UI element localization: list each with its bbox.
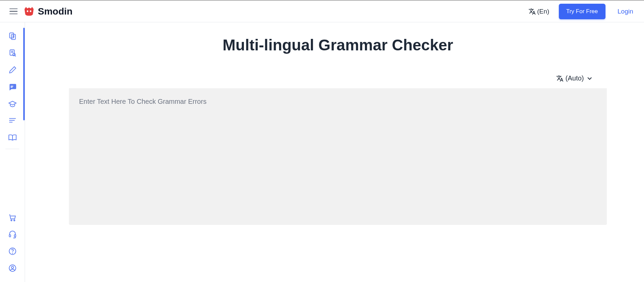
- graduation-cap-icon: [8, 99, 17, 108]
- svg-point-18: [14, 220, 15, 221]
- grammar-input-container: [69, 88, 607, 225]
- sidebar-item-account[interactable]: [0, 260, 25, 277]
- header-left: Smodin: [8, 5, 73, 18]
- hamburger-line: [9, 8, 18, 9]
- sidebar-divider: [5, 149, 19, 149]
- page-title: Multi-lingual Grammar Checker: [69, 36, 607, 54]
- svg-point-24: [11, 266, 14, 269]
- sidebar-item-pricing[interactable]: [0, 209, 25, 226]
- language-label: (En): [537, 8, 549, 15]
- document-search-icon: [8, 49, 17, 57]
- site-header: Smodin (En) Try For Free Login: [0, 1, 644, 22]
- documents-icon: [8, 32, 17, 41]
- sidebar-item-plagiarism[interactable]: [0, 45, 25, 62]
- svg-point-22: [12, 253, 13, 253]
- book-open-icon: [8, 133, 17, 142]
- svg-line-10: [15, 55, 16, 56]
- sidebar: [0, 22, 25, 282]
- chat-icon: [8, 83, 17, 91]
- svg-point-1: [30, 10, 31, 12]
- header-right: (En) Try For Free Login: [528, 4, 636, 19]
- svg-point-17: [11, 220, 12, 221]
- sidebar-active-indicator: [23, 28, 25, 120]
- translate-icon: [528, 8, 536, 15]
- sidebar-item-writer[interactable]: [0, 62, 25, 78]
- sidebar-item-homework[interactable]: [0, 95, 25, 112]
- translate-icon: [556, 75, 564, 82]
- svg-rect-19: [9, 235, 10, 237]
- svg-rect-20: [14, 235, 16, 237]
- text-lines-icon: [8, 116, 17, 125]
- smodin-logo-icon: [23, 5, 35, 18]
- svg-rect-12: [10, 87, 12, 88]
- cart-icon: [8, 213, 17, 222]
- brand-name-text: Smodin: [38, 6, 73, 17]
- sidebar-spacer: [0, 152, 25, 209]
- sidebar-item-help[interactable]: [0, 243, 25, 260]
- language-selector[interactable]: (En): [528, 8, 549, 15]
- sidebar-item-support[interactable]: [0, 226, 25, 243]
- login-link[interactable]: Login: [615, 8, 636, 15]
- hamburger-line: [9, 14, 18, 15]
- help-circle-icon: [8, 247, 17, 256]
- auto-language-selector[interactable]: (Auto): [69, 74, 607, 82]
- sidebar-item-summarizer[interactable]: [0, 112, 25, 129]
- headset-icon: [8, 230, 17, 239]
- sidebar-top-group: [0, 28, 25, 152]
- try-free-button[interactable]: Try For Free: [559, 4, 605, 19]
- main-content: Multi-lingual Grammar Checker (Auto): [25, 22, 644, 282]
- chevron-down-icon: [586, 75, 593, 82]
- auto-language-label: (Auto): [566, 74, 584, 82]
- sidebar-item-translator[interactable]: [0, 129, 25, 146]
- user-circle-icon: [8, 264, 17, 273]
- svg-rect-11: [10, 86, 13, 87]
- sidebar-item-chat[interactable]: [0, 78, 25, 95]
- pencil-icon: [8, 66, 17, 74]
- sidebar-item-rewriter[interactable]: [0, 28, 25, 45]
- grammar-textarea[interactable]: [69, 88, 607, 224]
- menu-toggle-button[interactable]: [8, 7, 19, 16]
- main-container: Multi-lingual Grammar Checker (Auto): [0, 22, 644, 282]
- brand-logo[interactable]: Smodin: [23, 5, 73, 18]
- svg-point-0: [27, 10, 28, 12]
- sidebar-bottom-group: [0, 209, 25, 282]
- hamburger-line: [9, 11, 18, 12]
